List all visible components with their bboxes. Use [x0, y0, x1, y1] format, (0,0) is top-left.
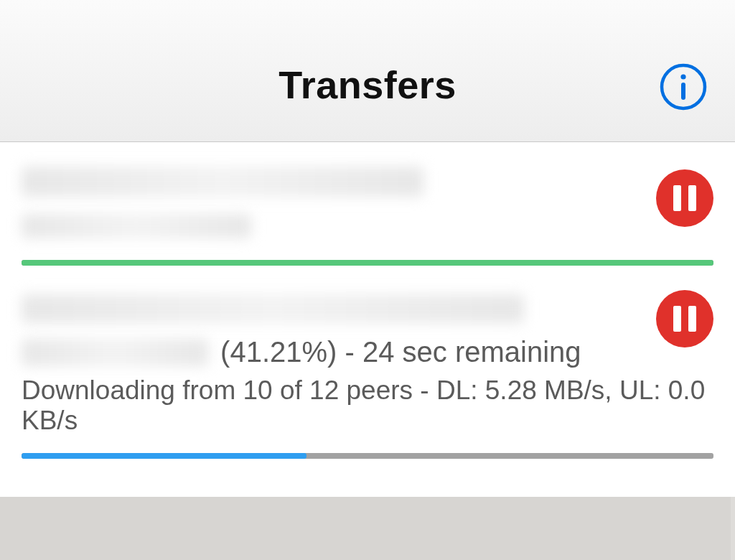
- footer-strip: [0, 497, 735, 560]
- info-button[interactable]: [659, 62, 708, 111]
- pause-icon: [673, 185, 696, 211]
- page-title: Transfers: [278, 62, 457, 107]
- transfer-name-redacted: [22, 294, 524, 323]
- transfer-peers-line: Downloading from 10 of 12 peers - DL: 5.…: [22, 375, 713, 436]
- pause-icon: [673, 306, 696, 332]
- header-bar: Transfers: [0, 0, 735, 142]
- transfer-row[interactable]: (41.21%) - 24 sec remaining Downloading …: [0, 266, 735, 459]
- progress-fill: [22, 260, 713, 266]
- transfer-row[interactable]: [0, 142, 735, 266]
- pause-button[interactable]: [656, 290, 713, 347]
- svg-rect-2: [681, 83, 685, 100]
- progress-bar: [22, 260, 713, 266]
- svg-point-1: [680, 74, 685, 79]
- transfer-row-body: [22, 167, 713, 238]
- info-icon: [659, 62, 708, 111]
- progress-bar: [22, 453, 713, 459]
- transfer-list: (41.21%) - 24 sec remaining Downloading …: [0, 142, 735, 497]
- transfer-status-suffix: (41.21%) - 24 sec remaining: [212, 336, 581, 368]
- app-root: Transfers: [0, 0, 735, 560]
- pause-button[interactable]: [656, 169, 713, 227]
- transfer-detail-redacted: [22, 214, 251, 238]
- transfer-row-body: (41.21%) - 24 sec remaining Downloading …: [22, 294, 713, 436]
- transfer-name-redacted: [22, 167, 423, 197]
- transfer-size-redacted: [22, 339, 208, 366]
- progress-fill: [22, 453, 306, 459]
- transfer-status-line: (41.21%) - 24 sec remaining: [22, 332, 713, 368]
